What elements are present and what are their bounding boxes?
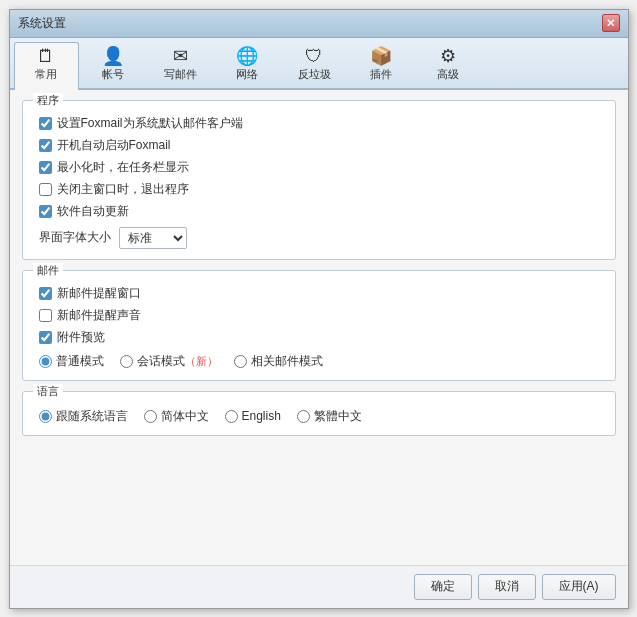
apply-button[interactable]: 应用(A) [542, 574, 616, 600]
program-section-title: 程序 [33, 93, 63, 108]
radio-traditional-chinese-input[interactable] [297, 410, 310, 423]
tab-compose[interactable]: ✉ 写邮件 [148, 42, 213, 88]
font-size-select[interactable]: 标准 大 特大 [119, 227, 187, 249]
checkbox-new-mail-sound-label[interactable]: 新邮件提醒声音 [57, 307, 141, 324]
checkbox-new-mail-popup: 新邮件提醒窗口 [35, 285, 603, 302]
checkbox-minimize-taskbar: 最小化时，在任务栏显示 [35, 159, 603, 176]
radio-simplified-chinese: 简体中文 [144, 408, 209, 425]
tab-account-label: 帐号 [102, 67, 124, 82]
checkbox-default-client: 设置Foxmail为系统默认邮件客户端 [35, 115, 603, 132]
checkbox-exit-on-close-label[interactable]: 关闭主窗口时，退出程序 [57, 181, 189, 198]
program-section: 程序 设置Foxmail为系统默认邮件客户端 开机自动启动Foxmail 最小化… [22, 100, 616, 260]
program-section-content: 设置Foxmail为系统默认邮件客户端 开机自动启动Foxmail 最小化时，在… [35, 115, 603, 249]
view-mode-group: 普通模式 会话模式（新） 相关邮件模式 [35, 353, 603, 370]
radio-english: English [225, 409, 281, 423]
footer: 确定 取消 应用(A) [10, 565, 628, 608]
checkbox-new-mail-popup-input[interactable] [39, 287, 52, 300]
tab-account[interactable]: 👤 帐号 [81, 42, 146, 88]
checkbox-new-mail-sound: 新邮件提醒声音 [35, 307, 603, 324]
advanced-icon: ⚙ [440, 47, 456, 65]
radio-traditional-chinese-label[interactable]: 繁體中文 [314, 408, 362, 425]
radio-conversation-mode: 会话模式（新） [120, 353, 218, 370]
checkbox-auto-update: 软件自动更新 [35, 203, 603, 220]
radio-related-mode-label[interactable]: 相关邮件模式 [251, 353, 323, 370]
close-button[interactable]: ✕ [602, 14, 620, 32]
radio-traditional-chinese: 繁體中文 [297, 408, 362, 425]
tab-network-label: 网络 [236, 67, 258, 82]
checkbox-auto-update-input[interactable] [39, 205, 52, 218]
window-title: 系统设置 [18, 15, 66, 32]
font-size-row: 界面字体大小 标准 大 特大 [35, 227, 603, 249]
mail-section: 邮件 新邮件提醒窗口 新邮件提醒声音 附件预览 普通模式 [22, 270, 616, 381]
tab-network[interactable]: 🌐 网络 [215, 42, 280, 88]
checkbox-auto-update-label[interactable]: 软件自动更新 [57, 203, 129, 220]
radio-simplified-chinese-label[interactable]: 简体中文 [161, 408, 209, 425]
checkbox-minimize-taskbar-label[interactable]: 最小化时，在任务栏显示 [57, 159, 189, 176]
checkbox-auto-start: 开机自动启动Foxmail [35, 137, 603, 154]
radio-related-mode-input[interactable] [234, 355, 247, 368]
language-section-title: 语言 [33, 384, 63, 399]
checkbox-new-mail-popup-label[interactable]: 新邮件提醒窗口 [57, 285, 141, 302]
checkbox-attachment-preview-input[interactable] [39, 331, 52, 344]
tab-compose-label: 写邮件 [164, 67, 197, 82]
language-section: 语言 跟随系统语言 简体中文 English [22, 391, 616, 436]
tab-bar: 🗒 常用 👤 帐号 ✉ 写邮件 🌐 网络 🛡 反垃圾 📦 插件 ⚙ 高级 [10, 38, 628, 90]
mail-section-title: 邮件 [33, 263, 63, 278]
checkbox-attachment-preview-label[interactable]: 附件预览 [57, 329, 105, 346]
checkbox-default-client-label[interactable]: 设置Foxmail为系统默认邮件客户端 [57, 115, 243, 132]
tab-antispam-label: 反垃圾 [298, 67, 331, 82]
main-window: 系统设置 ✕ 🗒 常用 👤 帐号 ✉ 写邮件 🌐 网络 🛡 反垃圾 📦 插件 [9, 9, 629, 609]
radio-simplified-chinese-input[interactable] [144, 410, 157, 423]
compose-icon: ✉ [173, 47, 188, 65]
tab-plugins[interactable]: 📦 插件 [349, 42, 414, 88]
radio-follow-system-label[interactable]: 跟随系统语言 [56, 408, 128, 425]
checkbox-auto-start-label[interactable]: 开机自动启动Foxmail [57, 137, 171, 154]
cancel-button[interactable]: 取消 [478, 574, 536, 600]
plugins-icon: 📦 [370, 47, 392, 65]
font-size-label: 界面字体大小 [39, 229, 111, 246]
radio-conversation-mode-input[interactable] [120, 355, 133, 368]
account-icon: 👤 [102, 47, 124, 65]
tab-general[interactable]: 🗒 常用 [14, 42, 79, 90]
general-icon: 🗒 [37, 47, 55, 65]
checkbox-new-mail-sound-input[interactable] [39, 309, 52, 322]
checkbox-default-client-input[interactable] [39, 117, 52, 130]
radio-follow-system-input[interactable] [39, 410, 52, 423]
language-section-content: 跟随系统语言 简体中文 English 繁體中文 [35, 406, 603, 425]
radio-related-mode: 相关邮件模式 [234, 353, 323, 370]
checkbox-exit-on-close-input[interactable] [39, 183, 52, 196]
mail-section-content: 新邮件提醒窗口 新邮件提醒声音 附件预览 普通模式 [35, 285, 603, 370]
checkbox-minimize-taskbar-input[interactable] [39, 161, 52, 174]
tab-antispam[interactable]: 🛡 反垃圾 [282, 42, 347, 88]
radio-normal-mode-input[interactable] [39, 355, 52, 368]
tab-advanced[interactable]: ⚙ 高级 [416, 42, 481, 88]
tab-plugins-label: 插件 [370, 67, 392, 82]
language-radio-group: 跟随系统语言 简体中文 English 繁體中文 [35, 408, 603, 425]
checkbox-attachment-preview: 附件预览 [35, 329, 603, 346]
tab-general-label: 常用 [35, 67, 57, 82]
confirm-button[interactable]: 确定 [414, 574, 472, 600]
radio-conversation-mode-label[interactable]: 会话模式（新） [137, 353, 218, 370]
content-area: 程序 设置Foxmail为系统默认邮件客户端 开机自动启动Foxmail 最小化… [10, 90, 628, 565]
antispam-icon: 🛡 [305, 47, 323, 65]
radio-english-label[interactable]: English [242, 409, 281, 423]
checkbox-exit-on-close: 关闭主窗口时，退出程序 [35, 181, 603, 198]
radio-normal-mode-label[interactable]: 普通模式 [56, 353, 104, 370]
radio-follow-system: 跟随系统语言 [39, 408, 128, 425]
checkbox-auto-start-input[interactable] [39, 139, 52, 152]
tab-advanced-label: 高级 [437, 67, 459, 82]
new-badge: （新） [185, 355, 218, 367]
radio-english-input[interactable] [225, 410, 238, 423]
network-icon: 🌐 [236, 47, 258, 65]
title-bar: 系统设置 ✕ [10, 10, 628, 38]
radio-normal-mode: 普通模式 [39, 353, 104, 370]
